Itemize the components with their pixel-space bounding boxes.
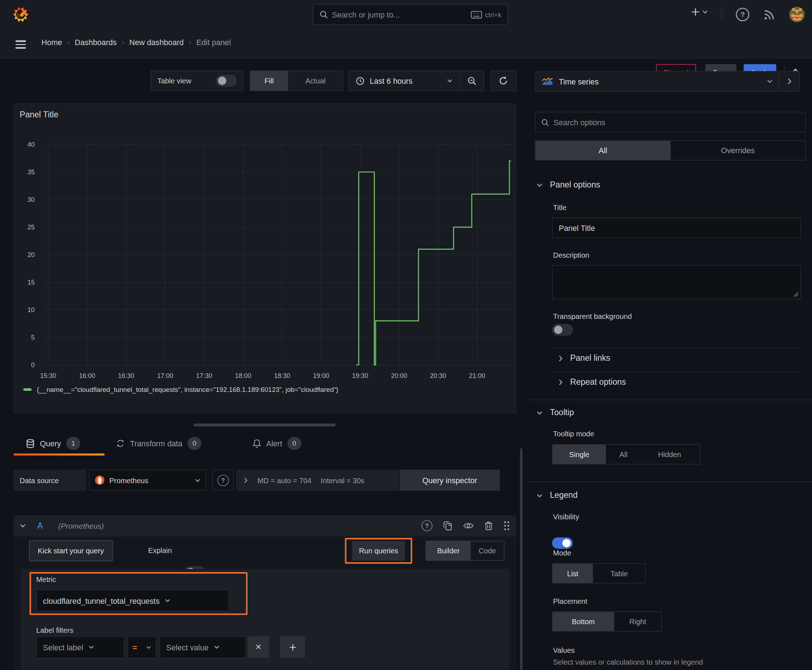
plus-icon xyxy=(691,7,700,17)
tab-alert-label: Alert xyxy=(266,439,282,448)
fill-option[interactable]: Fill xyxy=(250,71,288,91)
query-count-badge: 1 xyxy=(66,437,80,450)
builder-option[interactable]: Builder xyxy=(426,541,470,560)
duplicate-query-button[interactable] xyxy=(443,520,453,531)
panel-links-label: Panel links xyxy=(570,354,610,363)
tooltip-header[interactable]: Tooltip xyxy=(537,408,574,417)
tooltip-mode-all[interactable]: All xyxy=(606,445,641,464)
tooltip-mode-hidden[interactable]: Hidden xyxy=(641,445,698,464)
breadcrumb-edit-panel: Edit panel xyxy=(196,38,231,47)
table-view-control: Table view xyxy=(151,71,244,91)
bell-icon xyxy=(253,439,261,448)
time-range-picker[interactable]: Last 6 hours xyxy=(349,71,459,91)
legend-header[interactable]: Legend xyxy=(537,491,578,500)
remove-query-button[interactable] xyxy=(484,521,493,530)
select-value-placeholder: Select value xyxy=(166,643,209,652)
y-tick-label: 25 xyxy=(27,224,35,231)
breadcrumb-new-dashboard[interactable]: New dashboard xyxy=(129,38,184,47)
mega-menu-toggle[interactable] xyxy=(15,38,26,51)
panel-options-header[interactable]: Panel options xyxy=(537,180,600,189)
chevron-down-icon xyxy=(767,79,773,83)
datasource-picker[interactable]: Prometheus xyxy=(89,470,206,491)
zoom-out-button[interactable] xyxy=(459,71,484,91)
transparent-bg-toggle[interactable] xyxy=(552,324,573,335)
legend-mode-switcher: List Table xyxy=(552,563,646,584)
placement-right[interactable]: Right xyxy=(614,612,661,631)
tab-transform-data[interactable]: Transform data 0 xyxy=(116,437,202,450)
remove-filter-button[interactable]: ✕ xyxy=(247,636,269,658)
table-view-toggle[interactable] xyxy=(216,75,237,86)
builder-code-switcher: Builder Code xyxy=(425,541,504,561)
drag-query-handle[interactable] xyxy=(503,521,510,530)
actual-option[interactable]: Actual xyxy=(288,71,343,91)
series-color-dash[interactable] xyxy=(23,388,32,391)
visualization-select[interactable]: Time series xyxy=(536,71,779,91)
select-value-dropdown[interactable]: Select value xyxy=(160,636,246,658)
metric-select[interactable]: cloudflared_tunnel_total_requests xyxy=(36,589,229,611)
code-option[interactable]: Code xyxy=(471,541,504,560)
tooltip-mode-label: Tooltip mode xyxy=(553,430,594,438)
query-editor-section: Data source Prometheus ? xyxy=(14,458,516,670)
add-button[interactable] xyxy=(691,7,708,17)
chevron-down-icon xyxy=(447,79,453,83)
global-search-input[interactable]: Search or jump to... ctrl+k xyxy=(313,4,508,25)
interval-stat: Interval = 30s xyxy=(321,476,364,484)
kickstart-query-button[interactable]: Kick start your query xyxy=(29,540,113,561)
operator-dropdown[interactable]: = xyxy=(127,636,156,658)
search-icon xyxy=(541,118,549,126)
tab-all[interactable]: All xyxy=(536,140,671,160)
series-label[interactable]: {__name__="cloudflared_tunnel_total_requ… xyxy=(37,386,338,394)
repeat-options-section[interactable]: Repeat options xyxy=(558,377,626,387)
grafana-logo[interactable] xyxy=(12,6,29,22)
x-tick-label: 20:00 xyxy=(391,372,407,379)
pane-resize-handle[interactable] xyxy=(194,423,336,426)
y-tick-label: 30 xyxy=(27,196,35,203)
user-avatar[interactable] xyxy=(789,7,805,22)
legend-visibility-toggle[interactable] xyxy=(552,537,573,549)
news-button[interactable] xyxy=(763,8,776,21)
tab-query-label: Query xyxy=(40,439,61,448)
query-inspector-button[interactable]: Query inspector xyxy=(400,470,500,491)
query-row-header[interactable]: A (Prometheus) ? xyxy=(14,515,516,536)
collapse-pane-button[interactable] xyxy=(779,71,800,91)
run-queries-button[interactable]: Run queries xyxy=(352,541,405,561)
query-pane-scrollbar[interactable] xyxy=(520,448,522,670)
chart-svg[interactable]: 051015202530354015:3016:0016:3017:0017:3… xyxy=(14,104,516,413)
hide-response-button[interactable] xyxy=(463,522,474,530)
legend-mode-list[interactable]: List xyxy=(553,564,593,583)
tab-query[interactable]: Query 1 xyxy=(26,437,80,450)
tooltip-mode-switcher: Single All Hidden xyxy=(552,444,701,464)
tab-overrides[interactable]: Overrides xyxy=(670,140,805,160)
panel-options-title: Panel options xyxy=(550,180,600,189)
placement-bottom[interactable]: Bottom xyxy=(553,612,614,631)
query-tabs-bar: Query 1 Transform data 0 Alert xyxy=(14,434,516,458)
datasource-help-button[interactable]: ? xyxy=(212,470,234,491)
refresh-button[interactable] xyxy=(490,71,516,91)
panel-links-section[interactable]: Panel links xyxy=(558,354,610,363)
chevron-right-icon: › xyxy=(122,38,124,46)
title-field[interactable]: Panel Title xyxy=(552,218,800,239)
datasource-label: Data source xyxy=(14,470,86,491)
chevron-down-icon xyxy=(195,478,200,482)
query-help-button[interactable]: ? xyxy=(421,520,432,531)
legend-mode-table[interactable]: Table xyxy=(593,564,645,583)
select-label-dropdown[interactable]: Select label xyxy=(36,636,124,658)
breadcrumb: Home › Dashboards › New dashboard › Edit… xyxy=(42,38,231,47)
chevron-down-icon xyxy=(146,645,151,649)
query-options-row[interactable]: MD = auto = 704 Interval = 30s xyxy=(236,470,400,491)
topbar-divider xyxy=(721,8,722,22)
query-ref-id: A xyxy=(37,521,42,530)
help-button[interactable]: ? xyxy=(736,8,749,22)
options-search-input[interactable]: Search options xyxy=(535,112,805,132)
breadcrumb-dashboards[interactable]: Dashboards xyxy=(75,38,117,47)
add-filter-button[interactable] xyxy=(280,636,305,658)
description-field[interactable] xyxy=(552,265,800,299)
chevron-right-icon xyxy=(244,477,248,483)
breadcrumb-home[interactable]: Home xyxy=(42,38,62,47)
tab-alert[interactable]: Alert 0 xyxy=(253,437,302,450)
tooltip-mode-single[interactable]: Single xyxy=(553,445,606,464)
chevron-right-icon: › xyxy=(67,38,70,46)
chart-legend: {__name__="cloudflared_tunnel_total_requ… xyxy=(23,386,338,394)
options-pane: Time series Search options All Override xyxy=(528,58,812,670)
keyboard-icon xyxy=(470,11,482,19)
